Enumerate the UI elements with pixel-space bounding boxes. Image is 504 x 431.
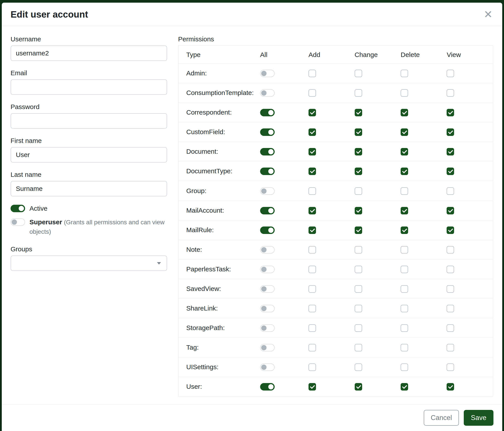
perm-view-checkbox[interactable] — [447, 363, 454, 371]
perm-change-checkbox[interactable] — [355, 363, 362, 371]
perm-all-toggle[interactable] — [260, 168, 275, 175]
perm-view-checkbox[interactable] — [447, 246, 454, 253]
perm-view-checkbox[interactable] — [447, 109, 454, 116]
permission-type-label: Note: — [178, 240, 260, 259]
permission-type-label: CustomField: — [178, 122, 260, 142]
first-name-input[interactable] — [10, 147, 167, 162]
perm-change-checkbox[interactable] — [355, 344, 362, 351]
perm-change-checkbox[interactable] — [355, 70, 362, 77]
perm-all-toggle[interactable] — [260, 89, 275, 97]
perm-change-checkbox[interactable] — [355, 246, 362, 253]
perm-change-checkbox[interactable] — [355, 285, 362, 293]
perm-all-toggle[interactable] — [260, 305, 275, 312]
perm-delete-checkbox[interactable] — [401, 168, 408, 175]
close-icon[interactable]: ✕ — [484, 9, 493, 20]
perm-delete-checkbox[interactable] — [401, 305, 408, 312]
perm-view-checkbox[interactable] — [447, 207, 454, 214]
perm-all-toggle[interactable] — [260, 226, 275, 234]
perm-view-checkbox[interactable] — [447, 344, 454, 351]
superuser-toggle[interactable] — [10, 218, 25, 226]
perm-change-checkbox[interactable] — [355, 266, 362, 273]
active-label: Active — [29, 205, 47, 212]
perm-change-checkbox[interactable] — [355, 89, 362, 97]
perm-add-checkbox[interactable] — [308, 89, 316, 97]
perm-view-checkbox[interactable] — [447, 148, 454, 155]
perm-delete-checkbox[interactable] — [401, 187, 408, 195]
perm-view-checkbox[interactable] — [447, 383, 454, 391]
perm-all-toggle[interactable] — [260, 266, 275, 273]
perm-all-toggle[interactable] — [260, 363, 275, 371]
perm-all-toggle[interactable] — [260, 246, 275, 253]
password-field[interactable] — [10, 113, 167, 129]
perm-add-checkbox[interactable] — [308, 207, 316, 214]
perm-all-toggle[interactable] — [260, 383, 275, 391]
active-toggle[interactable] — [10, 205, 25, 212]
perm-view-checkbox[interactable] — [447, 128, 454, 136]
save-button[interactable]: Save — [464, 410, 494, 426]
perm-all-toggle[interactable] — [260, 344, 275, 351]
perm-add-checkbox[interactable] — [308, 128, 316, 136]
perm-all-toggle[interactable] — [260, 128, 275, 136]
perm-add-checkbox[interactable] — [308, 305, 316, 312]
cancel-button[interactable]: Cancel — [424, 410, 459, 426]
perm-change-checkbox[interactable] — [355, 324, 362, 332]
perm-delete-checkbox[interactable] — [401, 344, 408, 351]
perm-add-checkbox[interactable] — [308, 148, 316, 155]
perm-all-toggle[interactable] — [260, 148, 275, 155]
perm-change-checkbox[interactable] — [355, 226, 362, 234]
perm-delete-checkbox[interactable] — [401, 148, 408, 155]
perm-add-checkbox[interactable] — [308, 246, 316, 253]
email-field[interactable] — [10, 79, 167, 95]
perm-change-checkbox[interactable] — [355, 305, 362, 312]
perm-delete-checkbox[interactable] — [401, 324, 408, 332]
perm-view-checkbox[interactable] — [447, 285, 454, 293]
perm-delete-checkbox[interactable] — [401, 128, 408, 136]
perm-view-checkbox[interactable] — [447, 305, 454, 312]
perm-change-checkbox[interactable] — [355, 109, 362, 116]
groups-select[interactable] — [10, 256, 167, 271]
perm-all-toggle[interactable] — [260, 109, 275, 116]
perm-view-checkbox[interactable] — [447, 266, 454, 273]
perm-change-checkbox[interactable] — [355, 168, 362, 175]
perm-add-checkbox[interactable] — [308, 383, 316, 391]
perm-view-checkbox[interactable] — [447, 187, 454, 195]
perm-view-checkbox[interactable] — [447, 168, 454, 175]
perm-view-checkbox[interactable] — [447, 324, 454, 332]
perm-delete-checkbox[interactable] — [401, 246, 408, 253]
perm-change-checkbox[interactable] — [355, 187, 362, 195]
perm-add-checkbox[interactable] — [308, 363, 316, 371]
username-input[interactable] — [10, 45, 167, 61]
perm-delete-checkbox[interactable] — [401, 89, 408, 97]
perm-all-toggle[interactable] — [260, 285, 275, 293]
perm-view-checkbox[interactable] — [447, 70, 454, 77]
perm-add-checkbox[interactable] — [308, 226, 316, 234]
perm-change-checkbox[interactable] — [355, 207, 362, 214]
perm-change-checkbox[interactable] — [355, 128, 362, 136]
perm-delete-checkbox[interactable] — [401, 70, 408, 77]
perm-view-checkbox[interactable] — [447, 226, 454, 234]
perm-view-checkbox[interactable] — [447, 89, 454, 97]
perm-add-checkbox[interactable] — [308, 266, 316, 273]
perm-all-toggle[interactable] — [260, 324, 275, 332]
perm-change-checkbox[interactable] — [355, 383, 362, 391]
perm-delete-checkbox[interactable] — [401, 207, 408, 214]
perm-all-toggle[interactable] — [260, 187, 275, 195]
perm-delete-checkbox[interactable] — [401, 363, 408, 371]
perm-add-checkbox[interactable] — [308, 187, 316, 195]
perm-delete-checkbox[interactable] — [401, 109, 408, 116]
perm-add-checkbox[interactable] — [308, 324, 316, 332]
perm-add-checkbox[interactable] — [308, 70, 316, 77]
perm-add-checkbox[interactable] — [308, 109, 316, 116]
perm-all-toggle[interactable] — [260, 70, 275, 77]
perm-delete-checkbox[interactable] — [401, 285, 408, 293]
perm-add-checkbox[interactable] — [308, 344, 316, 351]
perm-delete-checkbox[interactable] — [401, 266, 408, 273]
perm-change-checkbox[interactable] — [355, 148, 362, 155]
perm-add-checkbox[interactable] — [308, 285, 316, 293]
perm-add-checkbox[interactable] — [308, 168, 316, 175]
toggle-knob — [261, 325, 267, 331]
perm-delete-checkbox[interactable] — [401, 226, 408, 234]
perm-delete-checkbox[interactable] — [401, 383, 408, 391]
perm-all-toggle[interactable] — [260, 207, 275, 214]
last-name-input[interactable] — [10, 181, 167, 196]
